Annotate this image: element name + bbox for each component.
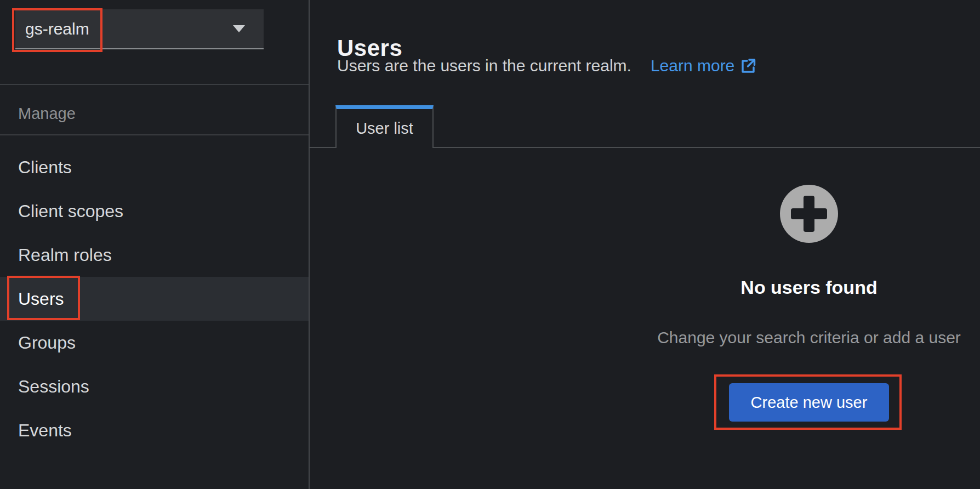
current-realm-name: gs-realm bbox=[25, 20, 89, 38]
keycloak-admin-console: gs-realm Manage Clients Client scopes Re… bbox=[0, 0, 980, 489]
page-subtitle-row: Users are the users in the current realm… bbox=[337, 56, 757, 75]
sidebar-item-groups[interactable]: Groups bbox=[0, 321, 309, 365]
sidebar-item-events[interactable]: Events bbox=[0, 408, 309, 452]
realm-selector-dropdown[interactable]: gs-realm bbox=[15, 9, 264, 49]
page-subtitle: Users are the users in the current realm… bbox=[337, 56, 631, 75]
sidebar-item-realm-roles[interactable]: Realm roles bbox=[0, 233, 309, 277]
sidebar-nav: Clients Client scopes Realm roles Users … bbox=[0, 135, 309, 452]
sidebar-item-sessions[interactable]: Sessions bbox=[0, 365, 309, 408]
tab-user-list-label: User list bbox=[356, 120, 413, 138]
learn-more-link[interactable]: Learn more bbox=[651, 56, 757, 75]
sidebar-item-clients[interactable]: Clients bbox=[0, 145, 309, 189]
sidebar-item-users[interactable]: Users bbox=[0, 277, 309, 321]
sidebar-divider bbox=[0, 84, 309, 85]
create-new-user-button[interactable]: Create new user bbox=[729, 383, 889, 422]
nav-section-label: Manage bbox=[18, 105, 76, 123]
tab-user-list[interactable]: User list bbox=[335, 105, 434, 148]
tab-row-border bbox=[434, 147, 980, 148]
sidebar: gs-realm Manage Clients Client scopes Re… bbox=[0, 0, 309, 489]
empty-state-description: Change your search criteria or add a use… bbox=[614, 328, 980, 347]
sidebar-item-client-scopes[interactable]: Client scopes bbox=[0, 189, 309, 233]
empty-state-title: No users found bbox=[637, 277, 980, 298]
learn-more-label: Learn more bbox=[651, 56, 734, 75]
external-link-icon bbox=[739, 57, 757, 75]
plus-circle-icon bbox=[780, 185, 838, 245]
tab-row-border bbox=[309, 147, 335, 148]
sidebar-main-divider bbox=[309, 0, 310, 489]
chevron-down-icon bbox=[233, 25, 245, 32]
